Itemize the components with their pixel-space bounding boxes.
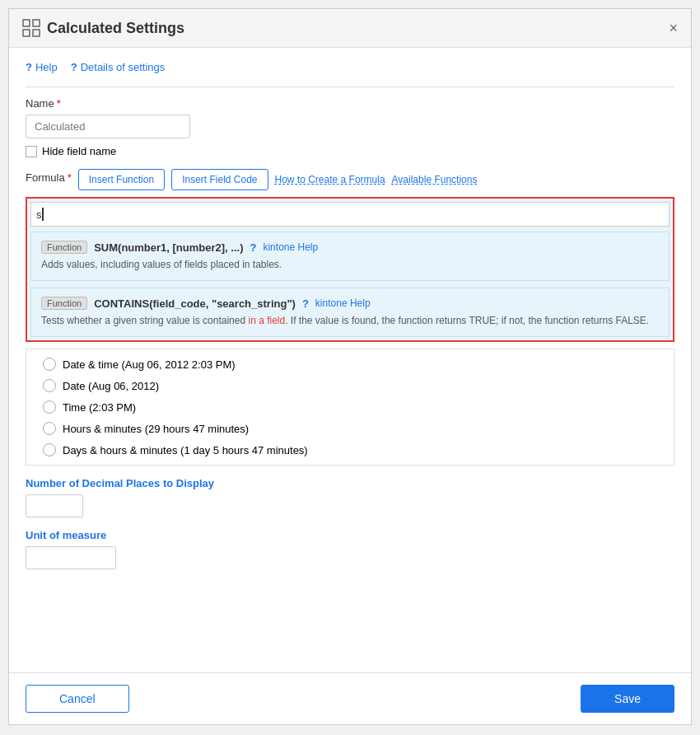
svg-rect-0 <box>23 20 30 26</box>
dialog-body: ? Help ? Details of settings Name* Hide … <box>9 48 691 672</box>
help-label: Help <box>35 61 58 73</box>
radio-button-2[interactable] <box>43 400 56 414</box>
svg-rect-1 <box>33 20 40 26</box>
hide-field-row: Hide field name <box>26 145 674 157</box>
function-badge-sum: Function <box>41 241 87 254</box>
question-icon-contains: ? <box>302 297 309 310</box>
radio-button-3[interactable] <box>43 422 56 435</box>
available-functions-link[interactable]: Available Functions <box>392 174 478 185</box>
cancel-button[interactable]: Cancel <box>26 685 129 713</box>
insert-field-code-button[interactable]: Insert Field Code <box>171 169 268 190</box>
name-input[interactable] <box>26 115 190 138</box>
radio-item-3: Hours & minutes (29 hours 47 minutes) <box>43 422 657 435</box>
formula-label: Formula* <box>26 171 72 184</box>
display-options-group: Date & time (Aug 06, 2012 2:03 PM) Date … <box>26 349 674 466</box>
unit-section: Unit of measure <box>26 529 674 569</box>
separator-1 <box>26 87 674 87</box>
hide-field-label: Hide field name <box>42 145 116 157</box>
how-to-link[interactable]: How to Create a Formula <box>275 174 385 185</box>
formula-editor-wrapper: s Function SUM(number1, [number2], ...) … <box>26 197 674 342</box>
unit-input[interactable] <box>26 546 116 569</box>
details-link[interactable]: ? Details of settings <box>71 61 166 73</box>
name-section: Name* Hide field name <box>26 97 674 157</box>
radio-button-1[interactable] <box>43 379 56 392</box>
function-desc-sum: Adds values, including values of fields … <box>41 257 659 272</box>
radio-label-0: Date & time (Aug 06, 2012 2:03 PM) <box>63 358 236 371</box>
radio-label-3: Hours & minutes (29 hours 47 minutes) <box>63 423 249 435</box>
radio-label-4: Days & hours & minutes (1 day 5 hours 47… <box>63 444 308 456</box>
dialog-footer: Cancel Save <box>9 672 691 724</box>
save-button[interactable]: Save <box>581 685 674 713</box>
function-name-contains: CONTAINS(field_code, "search_string") <box>94 297 296 310</box>
function-badge-contains: Function <box>41 297 87 310</box>
name-label: Name* <box>26 97 674 110</box>
help-link[interactable]: ? Help <box>26 61 58 73</box>
hide-field-checkbox[interactable] <box>26 146 37 157</box>
highlight-in-a-field: in a field <box>248 315 285 326</box>
help-row: ? Help ? Details of settings <box>26 61 674 73</box>
formula-section: Formula* Insert Function Insert Field Co… <box>26 169 674 342</box>
close-button[interactable]: × <box>669 21 678 35</box>
radio-label-1: Date (Aug 06, 2012) <box>63 380 159 392</box>
calculated-settings-dialog: Calculated Settings × ? Help ? Details o… <box>8 8 692 725</box>
radio-item-4: Days & hours & minutes (1 day 5 hours 47… <box>43 443 657 456</box>
function-card-contains-header: Function CONTAINS(field_code, "search_st… <box>41 297 659 310</box>
question-icon-sum: ? <box>250 241 257 254</box>
radio-button-0[interactable] <box>43 358 56 371</box>
decimal-input[interactable] <box>26 494 83 517</box>
function-desc-contains: Tests whether a given string value is co… <box>41 313 659 328</box>
radio-button-4[interactable] <box>43 443 56 456</box>
dialog-title: Calculated Settings <box>22 19 184 37</box>
svg-rect-2 <box>23 30 30 36</box>
formula-input-row[interactable]: s <box>30 202 670 227</box>
function-name-sum: SUM(number1, [number2], ...) <box>94 241 243 254</box>
insert-function-button[interactable]: Insert Function <box>78 169 165 190</box>
dialog-title-text: Calculated Settings <box>47 20 184 37</box>
formula-row: Formula* Insert Function Insert Field Co… <box>26 169 674 190</box>
help-question-icon: ? <box>26 61 32 73</box>
grid-icon <box>22 19 40 37</box>
decimal-heading: Number of Decimal Places to Display <box>26 477 674 489</box>
function-card-sum: Function SUM(number1, [number2], ...) ? … <box>30 232 670 281</box>
unit-heading: Unit of measure <box>26 529 674 541</box>
function-card-contains: Function CONTAINS(field_code, "search_st… <box>30 288 670 337</box>
details-label: Details of settings <box>81 61 166 73</box>
function-card-sum-header: Function SUM(number1, [number2], ...) ? … <box>41 241 659 254</box>
kintone-help-contains[interactable]: kintone Help <box>315 297 371 309</box>
details-question-icon: ? <box>71 61 77 73</box>
kintone-help-sum[interactable]: kintone Help <box>263 241 318 253</box>
dialog-header: Calculated Settings × <box>9 9 691 48</box>
radio-label-2: Time (2:03 PM) <box>63 401 136 414</box>
radio-item-1: Date (Aug 06, 2012) <box>43 379 657 392</box>
formula-cursor <box>42 208 44 221</box>
radio-item-0: Date & time (Aug 06, 2012 2:03 PM) <box>43 358 657 371</box>
radio-item-2: Time (2:03 PM) <box>43 400 657 414</box>
svg-rect-3 <box>33 30 40 36</box>
decimal-section: Number of Decimal Places to Display <box>26 477 674 517</box>
